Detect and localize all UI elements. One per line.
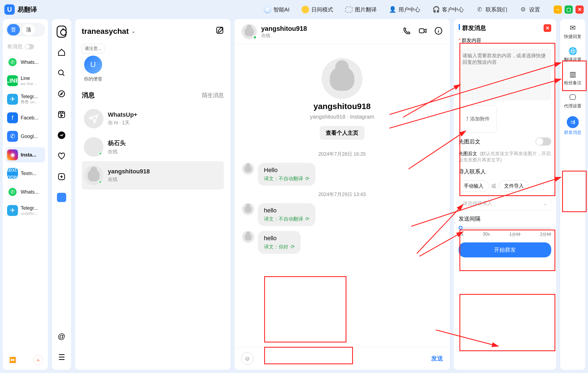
refresh-icon[interactable]: ⟳ [305, 176, 309, 182]
rail-instagram-logo[interactable] [57, 27, 66, 37]
rail-menu[interactable]: ☰ [57, 352, 66, 362]
rail-messages[interactable] [57, 130, 66, 140]
instagram-logo-icon [57, 26, 66, 38]
gs-title: 群发消息 [462, 24, 486, 32]
emoji-button[interactable]: ☺ [241, 352, 254, 365]
account-line[interactable]: LINE Linews line... [5, 73, 45, 88]
gs-file-import-button[interactable]: 文件导入 [499, 180, 529, 192]
account-facebook[interactable]: f Faceb... [5, 110, 45, 125]
gs-img-then-text-toggle[interactable] [535, 137, 551, 146]
rr-quick-reply[interactable]: ✉ 快捷回复 [564, 23, 581, 40]
u-logo-icon [57, 193, 66, 202]
gs-contact-select[interactable]: 请选择联系人 ⌄ [459, 197, 551, 210]
has-message-label: 有消息 [7, 43, 23, 50]
message-avatar [242, 203, 254, 215]
rail-threads[interactable]: @ [57, 332, 66, 341]
nav-daymode[interactable]: 日间模式 [301, 6, 333, 13]
rail-likes[interactable] [57, 151, 66, 161]
add-account-button[interactable]: ＋ [33, 355, 43, 365]
message-bubble[interactable]: Hello 译文：不自动翻译⟳ [258, 163, 315, 186]
group-send-icon: ⇉ [567, 116, 579, 128]
conversation-item-yangshitou918[interactable]: yangshitou918 在线 [82, 161, 224, 189]
nav-contact[interactable]: ✆ 联系我们 [476, 6, 507, 13]
info-button[interactable] [434, 27, 443, 37]
nav-ai-label: 智能AI [273, 6, 290, 13]
window-close[interactable]: ✕ [575, 5, 584, 14]
window-minimize[interactable]: – [554, 5, 562, 14]
chat-header-avatar [242, 24, 257, 39]
message-avatar [242, 231, 254, 243]
profile-block: yangshitou918 yangshitou918 · Instagram … [242, 58, 442, 140]
gs-manual-input-button[interactable]: 手动输入 [459, 180, 489, 192]
gs-interval-slider[interactable]: 5s 30s 1分钟 2分钟 [459, 227, 551, 237]
svg-rect-6 [419, 29, 424, 33]
chevron-down-icon[interactable]: ⌄ [132, 29, 135, 34]
rail-search[interactable] [57, 68, 66, 78]
online-dot-icon [99, 180, 103, 185]
nav-settings[interactable]: ⚙ 设置 [519, 6, 540, 13]
refresh-icon[interactable]: ⟳ [291, 244, 295, 250]
nav-settings-label: 设置 [529, 6, 540, 13]
pill-top[interactable]: 顶 [22, 24, 35, 35]
nav-customer-center[interactable]: 🎧 客户中心 [432, 6, 464, 13]
rail-explore[interactable] [57, 89, 66, 99]
message-bubble[interactable]: hello 译文：不自动翻译⟳ [258, 203, 315, 226]
view-profile-button[interactable]: 查看个人主页 [320, 126, 364, 140]
message-bubble[interactable]: hello 译文：你好⟳ [258, 231, 301, 254]
rr-proxy-settings[interactable]: 🖵 代理设置 [564, 93, 581, 109]
rail-u-logo[interactable] [57, 192, 66, 202]
video-call-button[interactable] [419, 27, 427, 37]
gs-content-input[interactable] [459, 49, 551, 100]
window-maximize[interactable]: ▢ [565, 5, 573, 14]
ai-icon [264, 6, 271, 13]
messages-header: 消息 [82, 91, 95, 100]
conversation-avatar [84, 109, 103, 128]
account-instagram[interactable]: ◉ Insta... [5, 147, 45, 163]
gs-close-button[interactable]: ✕ [544, 24, 551, 32]
line-icon: LINE [7, 75, 18, 86]
gs-import-label: 导入联系人 [459, 168, 551, 175]
rr-translate-settings[interactable]: 🌐 翻译设置 [564, 47, 581, 63]
online-dot-icon [253, 35, 257, 39]
rr-group-send[interactable]: ⇉ 群发消息 [564, 116, 581, 136]
stranger-messages-link[interactable]: 陌生消息 [202, 92, 224, 99]
account-whatsapp[interactable]: ✆ Whats... [5, 55, 45, 70]
call-button[interactable] [403, 27, 411, 37]
nav-image-translate[interactable]: 图片翻译 [345, 6, 377, 13]
account-telegram[interactable]: ✈ Telegr...叠叠 un... [5, 92, 45, 107]
message-input[interactable] [259, 356, 426, 362]
pill-normal[interactable]: 普 [7, 24, 20, 35]
compose-button[interactable] [216, 26, 224, 36]
account-whatsapp-2[interactable]: ✆ Whats... [5, 184, 45, 200]
nav-ai[interactable]: 智能AI [264, 6, 290, 13]
chat-body[interactable]: yangshitou918 yangshitou918 · Instagram … [234, 44, 450, 347]
brand-logo-icon: U [4, 4, 15, 15]
nav-contact-label: 联系我们 [486, 6, 507, 13]
brand-name: 易翻译 [17, 5, 37, 14]
account-googlevoice[interactable]: ✆ Googl... [5, 129, 45, 144]
rail-home[interactable] [57, 47, 66, 57]
gs-attach-button[interactable]: ⤴ 添加附件 [459, 105, 497, 133]
send-button[interactable]: 发送 [431, 354, 443, 363]
headset-icon: 🎧 [432, 6, 440, 13]
svg-point-0 [59, 70, 63, 75]
account-switcher[interactable]: traneasychat [82, 27, 129, 36]
nav-user-center-label: 用户中心 [398, 6, 420, 13]
account-telegram-2[interactable]: ✈ Telegr...undefin... [5, 203, 45, 218]
conversation-item-whatsup[interactable]: WhatsUp+ 你 hi · 1天 [82, 104, 224, 133]
gs-start-button[interactable]: 开始群发 [459, 242, 551, 257]
rail-reels[interactable] [57, 110, 66, 119]
gs-interval-label: 发送间隔 [459, 215, 551, 222]
note-caption: 你的便签 [84, 76, 102, 82]
conversation-item-yangshitou[interactable]: 杨石头 在线 [82, 133, 224, 161]
collapse-button[interactable]: ⏩ [8, 355, 17, 365]
rr-fans-remark[interactable]: ▥ 粉丝备注 [564, 70, 581, 86]
note-card[interactable]: 请注意... U 你的便签 [82, 44, 104, 82]
date-divider-2: 2024年7月29日 13:43 [242, 191, 442, 198]
account-textnow[interactable]: textnow Textn... [5, 166, 45, 181]
has-message-toggle[interactable] [25, 44, 34, 49]
nav-user-center[interactable]: 👤 用户中心 [389, 6, 420, 13]
rail-create[interactable] [57, 172, 66, 182]
refresh-icon[interactable]: ⟳ [305, 216, 309, 222]
gs-or-label: 或 [491, 183, 496, 189]
